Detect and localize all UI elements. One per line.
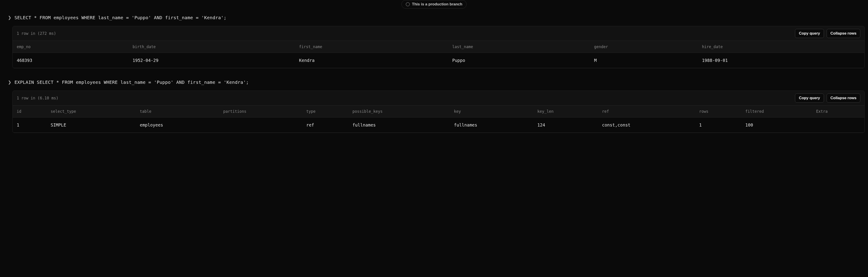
table-cell: 1 <box>695 118 741 133</box>
row-summary: 1 row in (6.10 ms) <box>17 96 58 100</box>
row-summary: 1 row in (272 ms) <box>17 31 56 36</box>
table-cell: employees <box>136 118 219 133</box>
result-panel: 1 row in (6.10 ms) Copy query Collapse r… <box>12 91 865 133</box>
column-header: rows <box>695 105 741 118</box>
column-header: first_name <box>295 41 448 53</box>
query-prompt-line: ❯ SELECT * FROM employees WHERE last_nam… <box>3 15 865 21</box>
table-cell: ref <box>302 118 348 133</box>
query-text: SELECT * FROM employees WHERE last_name … <box>14 15 226 20</box>
production-branch-label: This is a production branch <box>412 2 463 6</box>
radio-empty-icon <box>406 2 410 6</box>
result-header: 1 row in (6.10 ms) Copy query Collapse r… <box>13 91 864 105</box>
result-panel: 1 row in (272 ms) Copy query Collapse ro… <box>12 26 865 68</box>
column-header: birth_date <box>129 41 295 53</box>
table-header-row: id select_type table partitions type pos… <box>13 105 864 118</box>
query-block: ❯ SELECT * FROM employees WHERE last_nam… <box>3 15 865 68</box>
copy-query-button[interactable]: Copy query <box>795 29 824 38</box>
production-branch-badge[interactable]: This is a production branch <box>401 0 467 8</box>
column-header: select_type <box>46 105 136 118</box>
column-header: last_name <box>448 41 590 53</box>
collapse-rows-button[interactable]: Collapse rows <box>827 94 860 102</box>
result-table: emp_no birth_date first_name last_name g… <box>13 41 864 68</box>
column-header: gender <box>590 41 698 53</box>
column-header: id <box>13 105 46 118</box>
column-header: emp_no <box>13 41 129 53</box>
table-cell: 468393 <box>13 53 129 68</box>
table-cell: SIMPLE <box>46 118 136 133</box>
query-block: ❯ EXPLAIN SELECT * FROM employees WHERE … <box>3 80 865 133</box>
column-header: partitions <box>219 105 302 118</box>
chevron-right-icon[interactable]: ❯ <box>8 80 11 85</box>
table-cell: Kendra <box>295 53 448 68</box>
table-cell: 1988-09-01 <box>698 53 864 68</box>
table-cell: fullnames <box>348 118 450 133</box>
collapse-rows-button[interactable]: Collapse rows <box>827 29 860 38</box>
column-header: Extra <box>812 105 864 118</box>
result-table: id select_type table partitions type pos… <box>13 105 864 133</box>
column-header: filtered <box>741 105 812 118</box>
copy-query-button[interactable]: Copy query <box>795 94 824 102</box>
table-header-row: emp_no birth_date first_name last_name g… <box>13 41 864 53</box>
column-header: table <box>136 105 219 118</box>
query-text: EXPLAIN SELECT * FROM employees WHERE la… <box>14 80 249 85</box>
table-cell: 1952-04-29 <box>129 53 295 68</box>
table-cell: 100 <box>741 118 812 133</box>
table-row: 1 SIMPLE employees ref fullnames fullnam… <box>13 118 864 133</box>
chevron-right-icon[interactable]: ❯ <box>8 15 11 21</box>
column-header: type <box>302 105 348 118</box>
table-cell <box>812 118 864 133</box>
table-cell: M <box>590 53 698 68</box>
column-header: key_len <box>533 105 598 118</box>
column-header: ref <box>598 105 695 118</box>
result-header: 1 row in (272 ms) Copy query Collapse ro… <box>13 26 864 41</box>
query-prompt-line: ❯ EXPLAIN SELECT * FROM employees WHERE … <box>3 80 865 85</box>
table-cell: fullnames <box>450 118 533 133</box>
column-header: hire_date <box>698 41 864 53</box>
table-cell: 1 <box>13 118 46 133</box>
column-header: possible_keys <box>348 105 450 118</box>
column-header: key <box>450 105 533 118</box>
table-cell: Puppo <box>448 53 590 68</box>
table-row: 468393 1952-04-29 Kendra Puppo M 1988-09… <box>13 53 864 68</box>
table-cell: const,const <box>598 118 695 133</box>
table-cell: 124 <box>533 118 598 133</box>
table-cell <box>219 118 302 133</box>
